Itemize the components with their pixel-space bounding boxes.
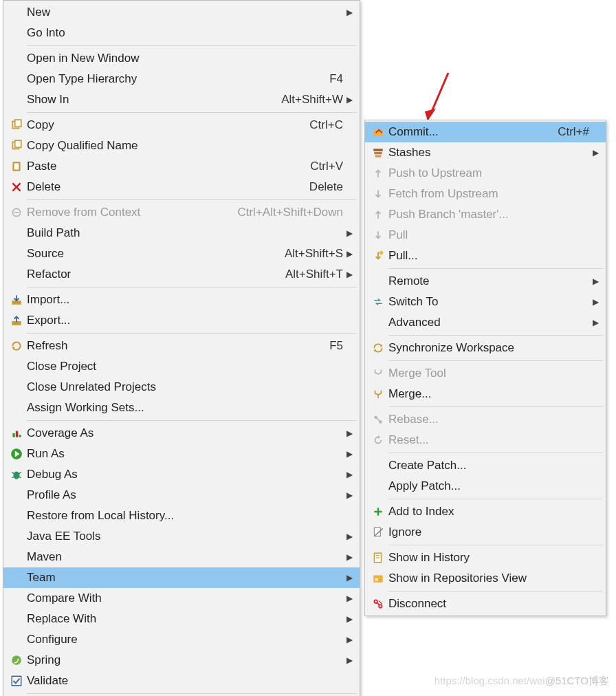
menu-label: Source [27, 247, 279, 261]
submenu-show-in-repositories[interactable]: Show in Repositories View [365, 568, 606, 589]
svg-rect-15 [12, 433, 14, 437]
menu-profile-as[interactable]: Profile As ▶ [3, 485, 360, 505]
svg-line-49 [377, 602, 379, 605]
shortcut: F4 [329, 72, 343, 86]
separator [27, 287, 357, 287]
menu-label: Remote [388, 274, 589, 288]
merge-tool-icon [368, 367, 388, 380]
menu-source[interactable]: Source Alt+Shift+S ▶ [3, 243, 360, 264]
submenu-arrow-icon: ▶ [343, 270, 353, 279]
push-icon [368, 167, 388, 180]
shortcut: Ctrl+# [558, 125, 589, 139]
menu-delete[interactable]: Delete Delete [3, 177, 360, 197]
menu-label: Stashes [388, 146, 589, 160]
switch-to-icon [368, 296, 388, 308]
fetch-icon [368, 188, 388, 200]
rebase-icon [368, 413, 388, 426]
menu-label: Team [27, 571, 343, 585]
menu-close-unrelated-projects[interactable]: Close Unrelated Projects [3, 377, 360, 398]
menu-replace-with[interactable]: Replace With ▶ [3, 609, 360, 629]
menu-new[interactable]: New ▶ [3, 2, 360, 23]
menu-configure[interactable]: Configure ▶ [3, 629, 360, 650]
submenu-arrow-icon: ▶ [589, 276, 599, 286]
menu-open-type-hierarchy[interactable]: Open Type Hierarchy F4 [3, 69, 360, 89]
shortcut: Ctrl+V [310, 160, 343, 173]
repo-icon [368, 572, 388, 585]
submenu-arrow-icon: ▶ [343, 532, 353, 541]
separator [388, 591, 603, 591]
context-menu-main: New ▶ Go Into Open in New Window Open Ty… [3, 0, 360, 696]
menu-open-new-window[interactable]: Open in New Window [3, 48, 360, 69]
menu-assign-working-sets[interactable]: Assign Working Sets... [3, 398, 360, 418]
submenu-pull-dialog[interactable]: Pull... [365, 246, 606, 266]
svg-rect-28 [373, 149, 383, 151]
submenu-merge[interactable]: Merge... [365, 384, 606, 404]
menu-maven[interactable]: Maven ▶ [3, 547, 360, 567]
watermark: https://blog.csdn.net/wei@51CTO博客 [434, 675, 609, 688]
submenu-commit[interactable]: Commit... Ctrl+# [365, 122, 606, 142]
submenu-add-to-index[interactable]: Add to Index [365, 501, 606, 522]
menu-restore-local-history[interactable]: Restore from Local History... [3, 505, 360, 526]
menu-refresh[interactable]: Refresh F5 [3, 336, 360, 356]
refresh-icon [6, 340, 27, 352]
menu-label: Switch To [388, 295, 589, 309]
menu-coverage-as[interactable]: Coverage As ▶ [3, 423, 360, 444]
menu-label: New [27, 6, 343, 19]
menu-run-as[interactable]: Run As ▶ [3, 444, 360, 464]
menu-label: Show in History [388, 551, 589, 565]
push-branch-icon [368, 208, 388, 221]
menu-build-path[interactable]: Build Path ▶ [3, 223, 360, 243]
menu-team[interactable]: Team ▶ [3, 567, 360, 588]
svg-marker-33 [373, 349, 375, 352]
menu-label: Disconnect [388, 597, 589, 611]
svg-rect-5 [15, 140, 21, 147]
debug-icon [6, 468, 27, 481]
menu-copy[interactable]: Copy Ctrl+C [3, 115, 360, 135]
submenu-arrow-icon: ▶ [589, 297, 599, 307]
submenu-disconnect[interactable]: Disconnect [365, 594, 606, 614]
svg-point-25 [12, 655, 21, 665]
menu-copy-qualified-name[interactable]: Copy Qualified Name [3, 135, 360, 156]
context-menu-team-submenu: Commit... Ctrl+# Stashes ▶ Push to Upstr… [364, 120, 606, 616]
submenu-remote[interactable]: Remote ▶ [365, 271, 606, 292]
submenu-stashes[interactable]: Stashes ▶ [365, 142, 606, 163]
menu-export[interactable]: Export... [3, 310, 360, 331]
commit-icon [368, 126, 388, 138]
submenu-show-in-history[interactable]: Show in History [365, 547, 606, 568]
svg-rect-29 [374, 152, 382, 154]
menu-label: Pull [388, 228, 589, 242]
menu-close-project[interactable]: Close Project [3, 356, 360, 377]
menu-debug-as[interactable]: Debug As ▶ [3, 464, 360, 485]
submenu-apply-patch[interactable]: Apply Patch... [365, 476, 606, 497]
menu-spring[interactable]: Spring ▶ [3, 650, 360, 671]
menu-compare-with[interactable]: Compare With ▶ [3, 588, 360, 609]
menu-label: Compare With [27, 591, 343, 605]
svg-line-23 [12, 477, 14, 477]
run-icon [6, 448, 27, 460]
menu-go-into[interactable]: Go Into [3, 23, 360, 43]
menu-java-ee-tools[interactable]: Java EE Tools ▶ [3, 526, 360, 547]
menu-refactor[interactable]: Refactor Alt+Shift+T ▶ [3, 264, 360, 285]
menu-label: Close Unrelated Projects [27, 380, 343, 394]
menu-import[interactable]: Import... [3, 290, 360, 310]
separator [388, 499, 603, 499]
submenu-advanced[interactable]: Advanced ▶ [365, 312, 606, 333]
submenu-switch-to[interactable]: Switch To ▶ [365, 292, 606, 312]
submenu-arrow-icon: ▶ [343, 490, 353, 500]
menu-label: Refactor [27, 268, 280, 281]
submenu-synchronize-workspace[interactable]: Synchronize Workspace [365, 338, 606, 358]
separator [27, 199, 357, 200]
submenu-create-patch[interactable]: Create Patch... [365, 455, 606, 476]
menu-paste[interactable]: Paste Ctrl+V [3, 156, 360, 177]
svg-marker-32 [380, 344, 382, 347]
shortcut: Alt+Shift+S [285, 247, 343, 261]
menu-label: Apply Patch... [388, 479, 589, 493]
menu-validate[interactable]: Validate [3, 671, 360, 691]
pull-icon-2 [368, 250, 388, 262]
submenu-ignore[interactable]: Ignore [365, 522, 606, 543]
submenu-push-branch: Push Branch 'master'... [365, 204, 606, 225]
menu-show-in[interactable]: Show In Alt+Shift+W ▶ [3, 89, 360, 110]
svg-rect-46 [375, 578, 379, 580]
spring-icon [6, 654, 27, 666]
separator [27, 333, 357, 334]
